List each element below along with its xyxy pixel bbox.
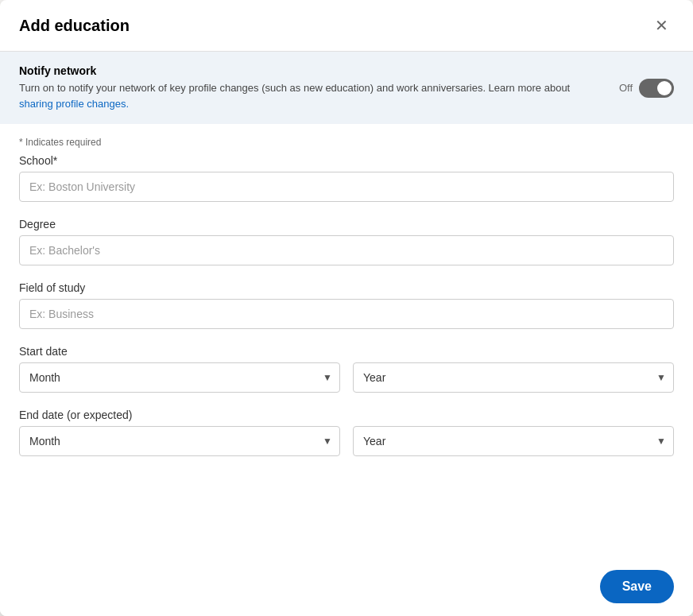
sharing-profile-changes-link[interactable]: sharing profile changes. (19, 98, 129, 110)
school-input[interactable] (19, 172, 674, 202)
start-month-wrapper: Month JanuaryFebruaryMarchAprilMayJuneJu… (19, 362, 340, 393)
end-date-group: End date (or expected) Month JanuaryFebr… (19, 409, 674, 456)
notify-toggle[interactable] (639, 79, 674, 98)
start-year-wrapper: Year 20242023202220212020201920182017201… (353, 362, 674, 393)
school-group: School* (19, 154, 674, 202)
notify-off-label: Off (619, 82, 633, 94)
notify-title: Notify network (19, 64, 606, 77)
field-of-study-input[interactable] (19, 299, 674, 329)
end-date-label: End date (or expected) (19, 409, 674, 421)
end-month-select[interactable]: Month JanuaryFebruaryMarchAprilMayJuneJu… (19, 426, 340, 456)
end-month-wrapper: Month JanuaryFebruaryMarchAprilMayJuneJu… (19, 426, 340, 456)
degree-group: Degree (19, 218, 674, 265)
start-date-row: Month JanuaryFebruaryMarchAprilMayJuneJu… (19, 362, 674, 393)
modal-body: * Indicates required School* Degree Fiel… (0, 124, 693, 557)
end-date-row: Month JanuaryFebruaryMarchAprilMayJuneJu… (19, 426, 674, 456)
close-icon: ✕ (655, 16, 668, 35)
end-year-select[interactable]: Year 20242023202220212020201920182017201… (353, 426, 674, 456)
school-label: School* (19, 154, 674, 167)
modal-title: Add education (19, 17, 130, 35)
end-year-wrapper: Year 20242023202220212020201920182017201… (353, 426, 674, 456)
notify-description-text: Turn on to notify your network of key pr… (19, 82, 570, 94)
degree-input[interactable] (19, 235, 674, 265)
notify-description: Turn on to notify your network of key pr… (19, 80, 606, 111)
modal-container: Add education ✕ Notify network Turn on t… (0, 0, 693, 616)
notify-toggle-area: Off (619, 79, 674, 98)
field-of-study-group: Field of study (19, 281, 674, 329)
notify-banner: Notify network Turn on to notify your ne… (0, 52, 693, 124)
start-date-group: Start date Month JanuaryFebruaryMarchApr… (19, 345, 674, 393)
notify-text-block: Notify network Turn on to notify your ne… (19, 64, 606, 111)
close-button[interactable]: ✕ (648, 13, 674, 38)
degree-label: Degree (19, 218, 674, 231)
modal-footer: Save (0, 557, 693, 616)
start-date-label: Start date (19, 345, 674, 358)
required-note: * Indicates required (19, 124, 674, 154)
start-month-select[interactable]: Month JanuaryFebruaryMarchAprilMayJuneJu… (19, 362, 340, 393)
start-year-select[interactable]: Year 20242023202220212020201920182017201… (353, 362, 674, 393)
toggle-slider (639, 79, 674, 98)
field-of-study-label: Field of study (19, 281, 674, 294)
save-button[interactable]: Save (600, 570, 674, 603)
modal-header: Add education ✕ (0, 0, 693, 52)
